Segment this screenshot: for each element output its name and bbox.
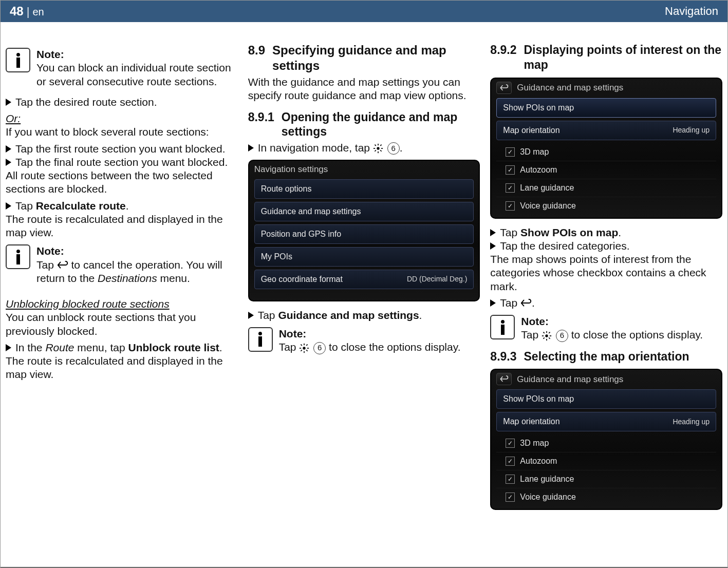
svg-point-18 xyxy=(545,334,548,337)
list-item-label: Voice guidance xyxy=(520,201,576,211)
list-item-label: Lane guidance xyxy=(520,474,574,484)
list-item-label: Map orientation xyxy=(503,416,559,427)
svg-rect-6 xyxy=(380,150,382,152)
list-item[interactable]: Lane guidance xyxy=(496,179,716,197)
list-item[interactable]: Voice guidance xyxy=(496,488,716,506)
or-label: Or: xyxy=(6,112,21,125)
list-item[interactable]: Map orientation Heading up xyxy=(496,121,716,140)
step-text: Tap Recalculate route. xyxy=(15,199,129,213)
section-heading-8-9-1: 8.9.1 Opening the guidance and map setti… xyxy=(248,110,480,140)
list-item-label: Autozoom xyxy=(520,165,557,175)
svg-rect-5 xyxy=(375,144,377,146)
list-item[interactable]: 3D map xyxy=(496,434,716,452)
gear-icon xyxy=(299,343,309,353)
column-3: 8.9.2 Displaying points of interest on t… xyxy=(490,43,722,552)
circled-number-icon: 6 xyxy=(556,330,568,342)
page-body: Note: You can block an individual route … xyxy=(1,22,727,567)
text: Tap xyxy=(521,329,542,340)
paragraph: The map shows points of interest from th… xyxy=(490,253,722,293)
device-list: Show POIs on map Map orientation Heading… xyxy=(491,96,721,218)
svg-rect-11 xyxy=(304,351,305,352)
gear-icon xyxy=(542,331,552,341)
manual-page: 48 | en Navigation Note: You can block a… xyxy=(0,0,728,568)
note-box-3: Note: Tap 6 to close the options display… xyxy=(248,327,480,354)
text: Tap xyxy=(500,297,520,309)
text: . xyxy=(219,342,222,353)
list-item[interactable]: My POIs xyxy=(254,247,474,267)
checkbox-icon xyxy=(506,147,515,157)
section-heading-8-9: 8.9 Specifying guidance and map settings xyxy=(248,43,480,73)
device-screenshot-guidance-2: Guidance and map settings Show POIs on m… xyxy=(490,369,722,510)
list-item[interactable]: Autozoom xyxy=(496,452,716,470)
header-divider: | xyxy=(27,5,30,18)
bold-text: Unblock route list xyxy=(128,342,219,353)
list-item[interactable]: Geo coordinate format DD (Decimal Deg.) xyxy=(254,270,474,289)
list-item[interactable]: Route options xyxy=(254,179,474,199)
list-item[interactable]: Show POIs on map xyxy=(496,389,716,409)
list-item[interactable]: Map orientation Heading up xyxy=(496,412,716,431)
svg-rect-4 xyxy=(381,148,383,149)
list-item-label: 3D map xyxy=(520,147,549,157)
list-item[interactable]: Guidance and map settings xyxy=(254,202,474,221)
svg-rect-23 xyxy=(543,332,545,334)
list-item[interactable]: Show POIs on map xyxy=(496,98,716,118)
info-icon xyxy=(6,244,30,269)
step-text: Tap Guidance and map settings. xyxy=(258,309,422,322)
bullet-triangle-icon xyxy=(6,99,11,106)
step: Tap Guidance and map settings. xyxy=(248,309,480,322)
header-section: Navigation xyxy=(665,5,718,18)
device-title-bar: Guidance and map settings xyxy=(491,370,721,387)
text: Tap xyxy=(279,341,300,353)
paragraph: All route sections between the two selec… xyxy=(6,169,238,196)
circled-number-icon: 6 xyxy=(387,142,400,155)
checkbox-icon xyxy=(506,201,515,211)
device-title-bar: Guidance and map settings xyxy=(491,79,721,96)
text: to close the options display. xyxy=(568,329,703,340)
bullet-triangle-icon xyxy=(490,299,496,307)
note-box-4: Note: Tap 6 to close the options display… xyxy=(490,315,722,342)
text: In the xyxy=(15,342,45,353)
text: . xyxy=(618,226,621,238)
checkbox-icon xyxy=(506,183,515,193)
italic-text: Route xyxy=(45,342,74,353)
header-left: 48 | en xyxy=(10,4,44,18)
list-item[interactable]: Position and GPS info xyxy=(254,224,474,244)
list-item[interactable]: Autozoom xyxy=(496,161,716,179)
device-back-button[interactable] xyxy=(496,373,512,385)
list-item[interactable]: Voice guidance xyxy=(496,197,716,215)
page-number: 48 xyxy=(10,4,24,18)
svg-rect-24 xyxy=(549,337,551,339)
paragraph: The route is recalculated and displayed … xyxy=(6,213,238,240)
list-item[interactable]: Lane guidance xyxy=(496,470,716,488)
paragraph: You can unblock route sections that you … xyxy=(6,311,238,338)
bullet-triangle-icon xyxy=(6,344,11,351)
device-list: Route options Guidance and map settings … xyxy=(249,177,479,300)
list-item[interactable]: 3D map xyxy=(496,143,716,161)
device-screenshot-nav-settings: Navigation settings Route options Guidan… xyxy=(248,160,480,301)
section-title: Selecting the map orientation xyxy=(524,349,689,364)
note-box-2: Note: Tap to cancel the operation. You w… xyxy=(6,244,238,285)
step: Tap the final route section you want blo… xyxy=(6,156,238,169)
svg-rect-20 xyxy=(546,339,547,340)
device-list: Show POIs on map Map orientation Heading… xyxy=(491,387,721,509)
section-heading-8-9-2: 8.9.2 Displaying points of interest on t… xyxy=(490,43,722,72)
step: Tap Show POIs on map. xyxy=(490,226,722,239)
checkbox-icon xyxy=(506,457,515,466)
section-number: 8.9.3 xyxy=(490,349,516,364)
device-screenshot-guidance-1: Guidance and map settings Show POIs on m… xyxy=(490,78,722,219)
step-text: Tap the final route section you want blo… xyxy=(15,156,228,169)
svg-rect-16 xyxy=(306,344,308,346)
gear-icon xyxy=(373,143,383,154)
bullet-triangle-icon xyxy=(248,312,254,319)
italic-text: Destinations xyxy=(98,272,157,284)
list-item-label: Map orientation xyxy=(503,125,559,136)
text: In navigation mode, tap xyxy=(258,142,373,154)
note-content: Note: Tap to cancel the operation. You w… xyxy=(36,244,238,285)
text: Tap xyxy=(500,226,520,238)
bullet-triangle-icon xyxy=(490,229,496,236)
text: Tap xyxy=(258,309,278,321)
checkbox-icon xyxy=(506,439,515,448)
device-back-button[interactable] xyxy=(496,82,512,94)
svg-rect-13 xyxy=(307,348,309,349)
section-number: 8.9.1 xyxy=(248,110,274,140)
